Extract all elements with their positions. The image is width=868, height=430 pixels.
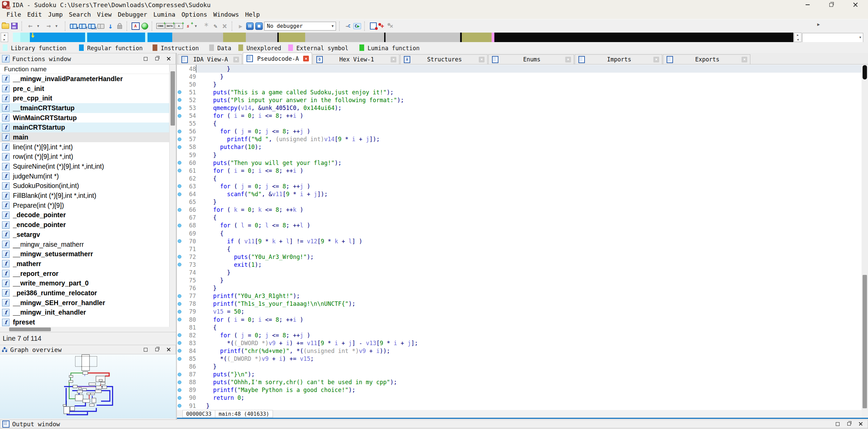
code-text[interactable]: puts("Then you will get your flag!"); xyxy=(196,159,862,167)
code-text[interactable]: } xyxy=(196,65,862,73)
patch-bytes-button[interactable]: * xyxy=(202,21,211,31)
code-text[interactable]: printf("Y0u_Ar3_R1ght!"); xyxy=(196,292,862,300)
code-line[interactable]: 50 } xyxy=(177,80,862,88)
code-line[interactable]: 59 } xyxy=(177,151,862,159)
search-immediate-button[interactable]: 101 xyxy=(87,21,97,31)
nav-back-button[interactable]: ← xyxy=(26,21,35,31)
code-line[interactable]: 75 } xyxy=(177,277,862,284)
band-zoom-select[interactable] xyxy=(802,33,863,42)
code-text[interactable]: printf("Th1s_1s_your_f1aaag!\n\nUNCTF{")… xyxy=(196,300,862,308)
band-scroll-right[interactable]: ▶◀ xyxy=(794,33,802,42)
code-line[interactable]: 54 for ( i = 0; i <= 8; ++i ) xyxy=(177,112,862,120)
toolbar-overflow-chevron[interactable]: ▶ xyxy=(817,22,820,27)
lumina-status-button[interactable] xyxy=(140,21,149,31)
graph-float-button[interactable] xyxy=(153,347,161,353)
save-database-button[interactable] xyxy=(10,21,19,31)
function-row[interactable]: fmainCRTStartup xyxy=(0,123,169,132)
code-line[interactable]: 79 v15 = 50; xyxy=(177,308,862,316)
tab-structures[interactable]: AStructures× xyxy=(400,54,488,64)
add-breakpoint-button[interactable]: + xyxy=(378,21,387,31)
edit-function-button[interactable]: ✎ xyxy=(211,21,220,31)
menu-item-search[interactable]: Search xyxy=(66,10,94,19)
code-text[interactable]: { xyxy=(196,174,862,182)
functions-float-button[interactable] xyxy=(153,56,161,62)
nav-back-menu-button[interactable]: ▼ xyxy=(35,21,44,31)
navigation-band[interactable] xyxy=(13,33,793,42)
graph-overview-canvas[interactable] xyxy=(0,354,176,418)
code-line[interactable]: 53 qmemcpy(v14, &unk_4051C0, 0x144ui64); xyxy=(177,104,862,112)
make-name-button[interactable]: A xyxy=(174,21,183,31)
step-into-c-button[interactable]: →C xyxy=(343,21,353,31)
code-text[interactable]: v15 = 50; xyxy=(196,308,862,316)
code-line[interactable]: 64 scanf("%d", &v11[9 * i + j]); xyxy=(177,190,862,198)
debugger-pause-button[interactable] xyxy=(245,21,254,31)
code-text[interactable]: printf("%d ", (unsigned int)v14[9 * i + … xyxy=(196,135,862,143)
menu-item-windows[interactable]: Windows xyxy=(210,10,242,19)
code-line[interactable]: 73 exit(1); xyxy=(177,261,862,268)
code-line[interactable]: 86 } xyxy=(177,363,862,371)
code-text[interactable]: for ( i = 0; i <= 8; ++i ) xyxy=(196,316,862,323)
code-text[interactable]: } xyxy=(196,284,862,292)
code-text[interactable]: putchar(10); xyxy=(196,143,862,151)
code-line[interactable]: 68 for ( l = 0; l <= 8; ++l ) xyxy=(177,222,862,229)
nav-forward-button[interactable]: → xyxy=(44,21,53,31)
restore-button[interactable] xyxy=(823,0,839,10)
code-text[interactable]: } xyxy=(196,80,862,88)
tab-close-icon[interactable]: × xyxy=(653,57,659,62)
functions-column-header[interactable]: Function name xyxy=(0,64,169,74)
scrollbar-thumb[interactable] xyxy=(863,275,867,408)
code-line[interactable]: 91} xyxy=(177,402,862,410)
code-line[interactable]: 69 { xyxy=(177,229,862,237)
tab-hex-view-1[interactable]: OHex View-1× xyxy=(313,54,399,64)
code-line[interactable]: 56 for ( j = 0; j <= 8; ++j ) xyxy=(177,128,862,135)
functions-horizontal-scrollbar[interactable] xyxy=(0,327,169,332)
code-text[interactable]: puts("Pls input your answer in the follo… xyxy=(196,96,862,104)
function-row[interactable]: fjudgeNum(int *) xyxy=(0,171,169,181)
graph-close-button[interactable] xyxy=(165,347,172,353)
make-code-button[interactable]: CODE xyxy=(156,21,165,31)
code-text[interactable]: } xyxy=(196,151,862,159)
code-line[interactable]: 76 } xyxy=(177,284,862,292)
code-text[interactable]: *((_DWORD *)v9 + i) += v11[9 * i + j] - … xyxy=(196,339,862,347)
code-text[interactable]: *((_DWORD *)v9 + i) += v15; xyxy=(196,355,862,362)
scrollbar-marker[interactable] xyxy=(863,65,867,79)
code-text[interactable]: puts("This is a game called Sudoku,just … xyxy=(196,88,862,96)
debugger-start-button[interactable]: ▶ xyxy=(236,21,245,31)
code-text[interactable]: for ( i = 0; i <= 8; ++i ) xyxy=(196,112,862,120)
search-text-button[interactable]: T xyxy=(78,21,87,31)
code-line[interactable]: 60 puts("Then you will get your flag!"); xyxy=(177,159,862,167)
debugger-options-button[interactable] xyxy=(369,21,378,31)
code-text[interactable]: { xyxy=(196,229,862,237)
pseudocode-vertical-scrollbar[interactable] xyxy=(862,64,868,418)
code-text[interactable]: { xyxy=(196,214,862,222)
functions-vertical-scrollbar[interactable] xyxy=(169,64,176,327)
function-row[interactable]: f_decode_pointer xyxy=(0,210,169,220)
function-row[interactable]: f_setargv xyxy=(0,230,169,240)
close-button[interactable] xyxy=(848,0,863,10)
run-until-return-c-button[interactable]: C▶ xyxy=(353,21,362,31)
code-line[interactable]: 66 for ( k = 0; k <= 8; ++k ) xyxy=(177,206,862,214)
code-line[interactable]: 65 } xyxy=(177,198,862,206)
menu-item-lumina[interactable]: Lumina xyxy=(150,10,178,19)
function-row[interactable]: fline(int (*)[9],int *,int) xyxy=(0,142,169,152)
tab-enums[interactable]: Enums× xyxy=(488,54,574,64)
code-line[interactable]: 58 putchar(10); xyxy=(177,143,862,151)
nav-forward-menu-button[interactable]: ▼ xyxy=(53,21,62,31)
graph-maximize-button[interactable] xyxy=(142,347,149,353)
code-line[interactable]: 74 } xyxy=(177,268,862,276)
code-line[interactable]: 84 printf("chr(%d+vme)", *((unsigned int… xyxy=(177,347,862,355)
tab-close-icon[interactable]: × xyxy=(303,56,309,61)
output-window-content[interactable] xyxy=(0,428,868,430)
title-bar[interactable]: IDA - Sudoku C:\Users\Tree\Downloads\Com… xyxy=(0,0,868,10)
tab-imports[interactable]: Imports× xyxy=(575,54,662,64)
menu-item-edit[interactable]: Edit xyxy=(24,10,45,19)
code-line[interactable]: 88 puts("Ohhh,I'm sorry,chr() can't be u… xyxy=(177,378,862,386)
tab-close-icon[interactable]: × xyxy=(565,57,571,62)
function-row[interactable]: f__write_memory_part_0 xyxy=(0,278,169,288)
code-text[interactable]: for ( i = 0; i <= 8; ++i ) xyxy=(196,167,862,174)
code-line[interactable]: 52 puts("Pls input your answer in the fo… xyxy=(177,96,862,104)
functions-window-header[interactable]: f Functions window xyxy=(0,53,176,64)
function-row[interactable]: f_encode_pointer xyxy=(0,220,169,230)
code-line[interactable]: 67 { xyxy=(177,214,862,222)
code-line[interactable]: 80 for ( i = 0; i <= 8; ++i ) xyxy=(177,316,862,323)
